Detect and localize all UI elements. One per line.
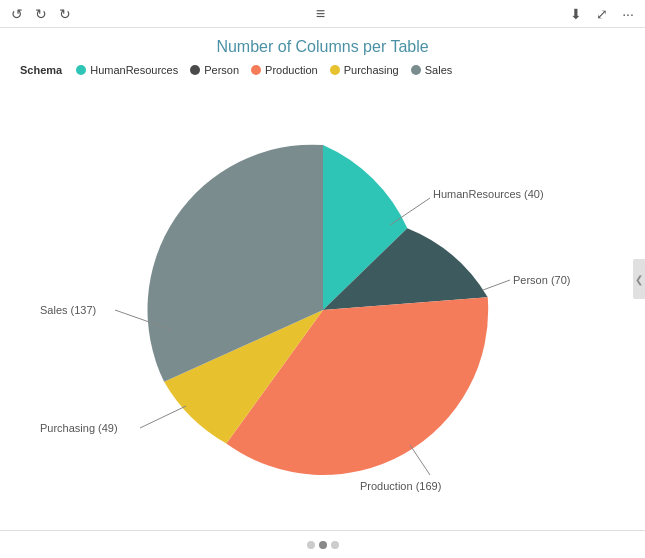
- toolbar-right: ⬇ ⤢ ···: [567, 5, 637, 23]
- svg-line-2: [410, 445, 430, 475]
- legend-dot-production: [251, 65, 261, 75]
- label-sales: Sales (137): [40, 304, 96, 316]
- refresh-icon[interactable]: ↻: [56, 5, 74, 23]
- page-dot-3[interactable]: [331, 541, 339, 549]
- toolbar: ↺ ↻ ↻ ≡ ⬇ ⤢ ···: [0, 0, 645, 28]
- nav-forward-icon[interactable]: ↻: [32, 5, 50, 23]
- legend-label-purchasing: Purchasing: [344, 64, 399, 76]
- legend-dot-purchasing: [330, 65, 340, 75]
- expand-icon[interactable]: ⤢: [593, 5, 611, 23]
- legend-dot-sales: [411, 65, 421, 75]
- page-dot-2[interactable]: [319, 541, 327, 549]
- nav-back-icon[interactable]: ↺: [8, 5, 26, 23]
- more-icon[interactable]: ···: [619, 5, 637, 23]
- legend-item-humanresources: HumanResources: [76, 64, 178, 76]
- label-production: Production (169): [360, 480, 441, 492]
- label-humanresources: HumanResources (40): [433, 188, 544, 200]
- legend-title: Schema: [20, 64, 62, 76]
- legend-dot-humanresources: [76, 65, 86, 75]
- pie-chart-svg: HumanResources (40) Person (70) Producti…: [20, 90, 625, 510]
- svg-line-1: [483, 280, 510, 290]
- bottom-bar: [0, 530, 645, 558]
- download-icon[interactable]: ⬇: [567, 5, 585, 23]
- legend-label-sales: Sales: [425, 64, 453, 76]
- chart-legend: Schema HumanResources Person Production …: [20, 64, 625, 76]
- legend-label-production: Production: [265, 64, 318, 76]
- legend-item-production: Production: [251, 64, 318, 76]
- legend-item-purchasing: Purchasing: [330, 64, 399, 76]
- side-expand-arrow[interactable]: ❮: [633, 259, 645, 299]
- legend-dot-person: [190, 65, 200, 75]
- toolbar-left: ↺ ↻ ↻: [8, 5, 74, 23]
- svg-line-3: [140, 406, 186, 428]
- page-dot-1[interactable]: [307, 541, 315, 549]
- chart-area: HumanResources (40) Person (70) Producti…: [20, 90, 625, 510]
- legend-label-person: Person: [204, 64, 239, 76]
- chart-title: Number of Columns per Table: [20, 38, 625, 56]
- page-indicator: [307, 541, 339, 549]
- label-person: Person (70): [513, 274, 570, 286]
- menu-icon[interactable]: ≡: [316, 5, 325, 23]
- legend-label-humanresources: HumanResources: [90, 64, 178, 76]
- label-purchasing: Purchasing (49): [40, 422, 118, 434]
- main-content: Number of Columns per Table Schema Human…: [0, 28, 645, 520]
- legend-item-sales: Sales: [411, 64, 453, 76]
- legend-item-person: Person: [190, 64, 239, 76]
